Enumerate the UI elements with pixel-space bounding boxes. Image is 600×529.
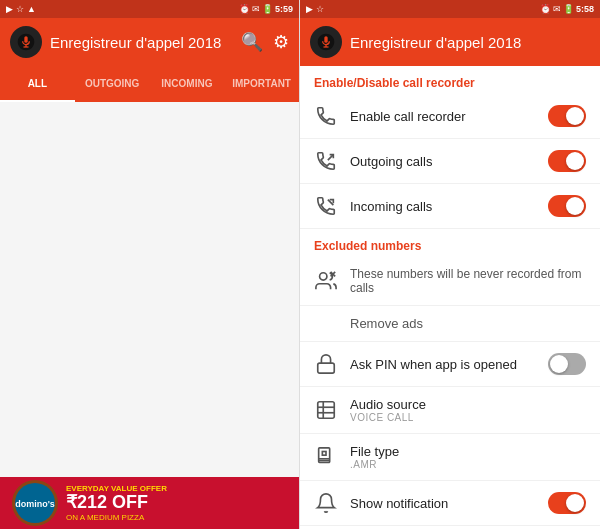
incoming-calls-text: Incoming calls bbox=[350, 199, 536, 214]
enable-recorder-label: Enable call recorder bbox=[350, 109, 536, 124]
svg-point-12 bbox=[320, 273, 327, 280]
ask-pin-icon bbox=[314, 352, 338, 376]
setting-audio-source[interactable]: Audio source VOICE CALL bbox=[300, 387, 600, 434]
enable-recorder-knob bbox=[566, 107, 584, 125]
setting-file-type[interactable]: File type .amr bbox=[300, 434, 600, 481]
right-play-icon: ▶ bbox=[306, 4, 313, 14]
setting-show-notification[interactable]: Show notification bbox=[300, 481, 600, 526]
svg-rect-21 bbox=[322, 452, 326, 456]
left-panel: ▶ ☆ ▲ ⏰ ✉ 🔋 5:59 Enregistreur d'appel 20… bbox=[0, 0, 300, 529]
left-app-icon bbox=[10, 26, 42, 58]
audio-source-sub: VOICE CALL bbox=[350, 412, 586, 423]
left-msg-icon: ✉ bbox=[252, 4, 260, 14]
svg-text:domino's: domino's bbox=[15, 499, 55, 509]
outgoing-calls-icon bbox=[314, 149, 338, 173]
left-toolbar-icons: 🔍 ⚙ bbox=[241, 31, 289, 53]
left-up-icon: ▲ bbox=[27, 4, 36, 14]
ask-pin-label: Ask PIN when app is opened bbox=[350, 357, 536, 372]
right-panel: ▶ ☆ ⏰ ✉ 🔋 5:58 Enregistreur d'appel 2018… bbox=[300, 0, 600, 529]
left-battery-icon: 🔋 bbox=[262, 4, 273, 14]
audio-source-text: Audio source VOICE CALL bbox=[350, 397, 586, 423]
svg-rect-1 bbox=[24, 36, 27, 43]
left-top-bar: Enregistreur d'appel 2018 🔍 ⚙ bbox=[0, 18, 299, 66]
right-status-right: ⏰ ✉ 🔋 5:58 bbox=[540, 4, 594, 14]
remove-ads-label: Remove ads bbox=[350, 316, 586, 331]
bell-icon bbox=[315, 492, 337, 514]
enable-recorder-icon bbox=[314, 104, 338, 128]
show-notification-text: Show notification bbox=[350, 496, 536, 511]
setting-remove-ads[interactable]: Remove ads bbox=[300, 306, 600, 342]
right-alarm-icon: ⏰ bbox=[540, 4, 551, 14]
outgoing-calls-label: Outgoing calls bbox=[350, 154, 536, 169]
right-time: 5:58 bbox=[576, 4, 594, 14]
setting-excluded-info: These numbers will be never recorded fro… bbox=[300, 257, 600, 306]
left-status-left: ▶ ☆ ▲ bbox=[6, 4, 236, 14]
tab-incoming[interactable]: INCOMING bbox=[150, 66, 225, 102]
phone-outgoing-icon bbox=[315, 150, 337, 172]
audio-source-icon bbox=[314, 398, 338, 422]
svg-rect-7 bbox=[324, 36, 327, 43]
tab-outgoing[interactable]: OUTGOING bbox=[75, 66, 150, 102]
file-icon bbox=[315, 446, 337, 468]
excluded-icon bbox=[314, 269, 338, 293]
file-type-text: File type .amr bbox=[350, 444, 586, 470]
file-type-label: File type bbox=[350, 444, 586, 459]
show-notification-knob bbox=[566, 494, 584, 512]
left-star-icon: ☆ bbox=[16, 4, 24, 14]
contacts-icon bbox=[315, 270, 337, 292]
excluded-text: These numbers will be never recorded fro… bbox=[350, 267, 586, 295]
svg-rect-15 bbox=[318, 363, 335, 373]
left-play-icon: ▶ bbox=[6, 4, 13, 14]
ad-banner[interactable]: domino's EVERYDAY VALUE OFFER ₹212 OFF O… bbox=[0, 477, 299, 529]
left-search-icon[interactable]: 🔍 bbox=[241, 31, 263, 53]
right-app-title: Enregistreur d'appel 2018 bbox=[350, 34, 590, 51]
setting-outgoing-calls[interactable]: Outgoing calls bbox=[300, 139, 600, 184]
right-top-bar: Enregistreur d'appel 2018 bbox=[300, 18, 600, 66]
right-mic-icon bbox=[316, 32, 336, 52]
outgoing-calls-knob bbox=[566, 152, 584, 170]
lock-icon bbox=[315, 353, 337, 375]
ad-price: ₹212 OFF bbox=[66, 493, 167, 513]
ad-logo: domino's bbox=[12, 480, 58, 526]
settings-content: Enable/Disable call recorder Enable call… bbox=[300, 66, 600, 529]
dominos-logo-svg: domino's bbox=[15, 483, 55, 523]
ad-inner: domino's EVERYDAY VALUE OFFER ₹212 OFF O… bbox=[4, 481, 295, 525]
incoming-calls-icon bbox=[314, 194, 338, 218]
outgoing-calls-toggle[interactable] bbox=[548, 150, 586, 172]
ad-content: domino's EVERYDAY VALUE OFFER ₹212 OFF O… bbox=[0, 477, 299, 529]
file-type-icon bbox=[314, 445, 338, 469]
phone-incoming-icon bbox=[315, 195, 337, 217]
audio-source-label: Audio source bbox=[350, 397, 586, 412]
right-msg-icon: ✉ bbox=[553, 4, 561, 14]
ask-pin-toggle[interactable] bbox=[548, 353, 586, 375]
image-icon bbox=[315, 399, 337, 421]
left-status-bar: ▶ ☆ ▲ ⏰ ✉ 🔋 5:59 bbox=[0, 0, 299, 18]
setting-enable-recorder[interactable]: Enable call recorder bbox=[300, 94, 600, 139]
file-type-sub: .amr bbox=[350, 459, 586, 470]
ask-pin-knob bbox=[550, 355, 568, 373]
left-time: 5:59 bbox=[275, 4, 293, 14]
phone-record-icon bbox=[315, 105, 337, 127]
enable-recorder-toggle[interactable] bbox=[548, 105, 586, 127]
tab-important[interactable]: IMPORTANT bbox=[224, 66, 299, 102]
left-status-right: ⏰ ✉ 🔋 5:59 bbox=[239, 4, 293, 14]
tab-all[interactable]: ALL bbox=[0, 66, 75, 102]
left-tabs: ALL OUTGOING INCOMING IMPORTANT bbox=[0, 66, 299, 102]
setting-incoming-calls[interactable]: Incoming calls bbox=[300, 184, 600, 229]
outgoing-calls-text: Outgoing calls bbox=[350, 154, 536, 169]
left-alarm-icon: ⏰ bbox=[239, 4, 250, 14]
enable-recorder-text: Enable call recorder bbox=[350, 109, 536, 124]
ask-pin-text: Ask PIN when app is opened bbox=[350, 357, 536, 372]
left-app-title: Enregistreur d'appel 2018 bbox=[50, 34, 233, 51]
show-notification-label: Show notification bbox=[350, 496, 536, 511]
setting-ask-pin[interactable]: Ask PIN when app is opened bbox=[300, 342, 600, 387]
right-status-left: ▶ ☆ bbox=[306, 4, 537, 14]
incoming-calls-knob bbox=[566, 197, 584, 215]
ad-sub: ON A MEDIUM PIZZA bbox=[66, 513, 167, 522]
right-star-icon: ☆ bbox=[316, 4, 324, 14]
left-settings-icon[interactable]: ⚙ bbox=[273, 31, 289, 53]
incoming-calls-toggle[interactable] bbox=[548, 195, 586, 217]
show-notification-toggle[interactable] bbox=[548, 492, 586, 514]
incoming-calls-label: Incoming calls bbox=[350, 199, 536, 214]
section-excluded-header: Excluded numbers bbox=[300, 229, 600, 257]
